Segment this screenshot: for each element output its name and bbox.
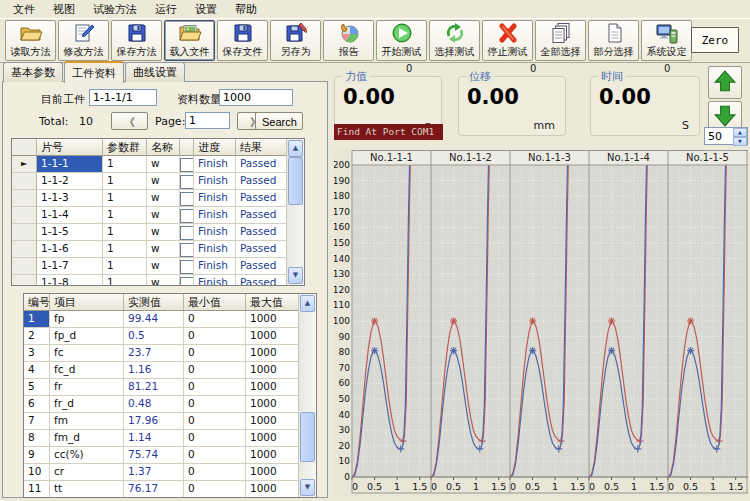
name-cell[interactable]: w [147, 241, 180, 258]
row-number-cell[interactable]: 1 [24, 311, 50, 328]
piece-id-cell[interactable]: 1-1-7 [37, 258, 103, 275]
name-cell[interactable]: w [147, 224, 180, 241]
results-table-scrollbar-down-arrow-icon[interactable]: ▼ [300, 479, 315, 496]
checkbox[interactable] [180, 226, 194, 240]
toolbar-button-stop-test[interactable]: 停止测试 [482, 20, 533, 61]
row-number-cell[interactable]: 7 [24, 413, 50, 430]
toolbar-button-save-as[interactable]: 另存为 [270, 20, 321, 61]
row-number-cell[interactable]: 8 [24, 430, 50, 447]
check-cell[interactable] [180, 241, 194, 258]
toolbar-button-select-all[interactable]: 全部选择 [535, 20, 586, 61]
check-cell[interactable] [180, 275, 194, 286]
item-cell[interactable]: fr [50, 379, 124, 396]
param-group-cell[interactable]: 1 [103, 173, 147, 190]
item-cell[interactable]: cr [50, 464, 124, 481]
table-row[interactable]: 7fm17.9601000 [24, 413, 316, 430]
piece-id-cell[interactable]: 1-1-4 [37, 207, 103, 224]
name-cell[interactable]: w [147, 156, 180, 173]
table-row[interactable]: 11tt76.1701000 [24, 481, 316, 498]
table-row[interactable]: 1-1-71wFinishPassed [12, 258, 304, 275]
item-cell[interactable]: cc(%) [50, 447, 124, 464]
spinner-down-icon[interactable]: ▼ [733, 137, 747, 146]
item-cell[interactable]: fc [50, 345, 124, 362]
current-workpiece-input[interactable] [89, 89, 157, 106]
menu-item-settings[interactable]: 设置 [186, 0, 226, 19]
menu-item-help[interactable]: 帮助 [226, 0, 266, 19]
toolbar-button-read-method[interactable]: 读取方法 [5, 20, 56, 61]
param-group-cell[interactable]: 1 [103, 190, 147, 207]
param-group-cell[interactable]: 1 [103, 207, 147, 224]
toolbar-button-report[interactable]: 报告 [323, 20, 374, 61]
piece-id-cell[interactable]: 1-1-3 [37, 190, 103, 207]
table-row[interactable]: 5fr81.2101000 [24, 379, 316, 396]
data-count-input[interactable] [219, 89, 293, 106]
menu-item-file[interactable]: 文件 [4, 0, 44, 19]
table-row[interactable]: 6fr_d0.4801000 [24, 396, 316, 413]
check-cell[interactable] [180, 224, 194, 241]
pieces-table-scrollbar-thumb[interactable] [288, 157, 303, 205]
checkbox[interactable] [180, 192, 194, 206]
table-row[interactable]: 1-1-61wFinishPassed [12, 241, 304, 258]
checkbox[interactable] [180, 260, 194, 274]
row-number-cell[interactable]: 4 [24, 362, 50, 379]
piece-id-cell[interactable]: 1-1-2 [37, 173, 103, 190]
toolbar-button-modify-method[interactable]: 修改方法 [58, 20, 109, 61]
toolbar-button-start-test[interactable]: 开始测试 [376, 20, 427, 61]
item-cell[interactable]: fp_d [50, 328, 124, 345]
table-row[interactable]: 1fp99.4401000 [24, 311, 316, 328]
page-input[interactable] [185, 112, 230, 129]
table-row[interactable]: 1-1-81wFinishPassed [12, 275, 304, 286]
toolbar-button-select-test[interactable]: 选择测试 [429, 20, 480, 61]
menu-item-run[interactable]: 运行 [146, 0, 186, 19]
param-group-cell[interactable]: 1 [103, 156, 147, 173]
toolbar-button-select-partial[interactable]: 部分选择 [588, 20, 639, 61]
param-group-cell[interactable]: 1 [103, 241, 147, 258]
checkbox[interactable] [180, 175, 194, 189]
item-cell[interactable]: fm [50, 413, 124, 430]
item-cell[interactable]: fr_d [50, 396, 124, 413]
check-cell[interactable] [180, 207, 194, 224]
table-row[interactable]: 3fc23.701000 [24, 345, 316, 362]
row-number-cell[interactable]: 10 [24, 464, 50, 481]
name-cell[interactable]: w [147, 275, 180, 286]
checkbox[interactable] [180, 243, 194, 257]
results-table-scrollbar-thumb[interactable] [300, 412, 315, 462]
row-number-cell[interactable]: 9 [24, 447, 50, 464]
toolbar-button-save-method[interactable]: 保存方法 [111, 20, 162, 61]
toolbar-button-load-file[interactable]: 载入文件 [164, 20, 215, 61]
row-number-cell[interactable]: 5 [24, 379, 50, 396]
table-row[interactable]: 1-1-21wFinishPassed [12, 173, 304, 190]
name-cell[interactable]: w [147, 258, 180, 275]
sample-rate-input[interactable] [706, 129, 734, 143]
tab-basic-params[interactable]: 基本参数 [3, 62, 63, 82]
checkbox[interactable] [180, 277, 194, 286]
row-number-cell[interactable]: 2 [24, 328, 50, 345]
table-row[interactable]: 10cr1.3701000 [24, 464, 316, 481]
toolbar-button-system-settings[interactable]: 系统设定 [641, 20, 692, 61]
checkbox[interactable] [180, 209, 194, 223]
tab-workpiece-data[interactable]: 工件资料 [64, 61, 124, 83]
pieces-table-scrollbar-down-arrow-icon[interactable]: ▼ [288, 267, 303, 284]
menu-item-test-method[interactable]: 试验方法 [84, 0, 146, 19]
prev-page-button[interactable]: 《 [111, 112, 148, 130]
search-button[interactable]: Search [255, 112, 303, 130]
check-cell[interactable] [180, 258, 194, 275]
piece-id-cell[interactable]: 1-1-1 [37, 156, 103, 173]
spinner-up-icon[interactable]: ▲ [733, 128, 747, 137]
table-row[interactable]: ►1-1-11wFinishPassed [12, 156, 304, 173]
table-row[interactable]: 1-1-41wFinishPassed [12, 207, 304, 224]
piece-id-cell[interactable]: 1-1-5 [37, 224, 103, 241]
menu-item-view[interactable]: 视图 [44, 0, 84, 19]
item-cell[interactable]: fm_d [50, 430, 124, 447]
toolbar-button-save-file[interactable]: 保存文件 [217, 20, 268, 61]
tab-curve-settings[interactable]: 曲线设置 [125, 62, 185, 82]
table-row[interactable]: 1-1-31wFinishPassed [12, 190, 304, 207]
table-row[interactable]: 8fm_d1.1401000 [24, 430, 316, 447]
pieces-table-scrollbar-up-arrow-icon[interactable]: ▲ [288, 140, 303, 157]
check-cell[interactable] [180, 173, 194, 190]
table-row[interactable]: 9cc(%)75.7401000 [24, 447, 316, 464]
table-row[interactable]: 4fc_d1.1601000 [24, 362, 316, 379]
piece-id-cell[interactable]: 1-1-8 [37, 275, 103, 286]
results-table-scrollbar[interactable]: ▲▼ [298, 294, 316, 497]
row-number-cell[interactable]: 6 [24, 396, 50, 413]
